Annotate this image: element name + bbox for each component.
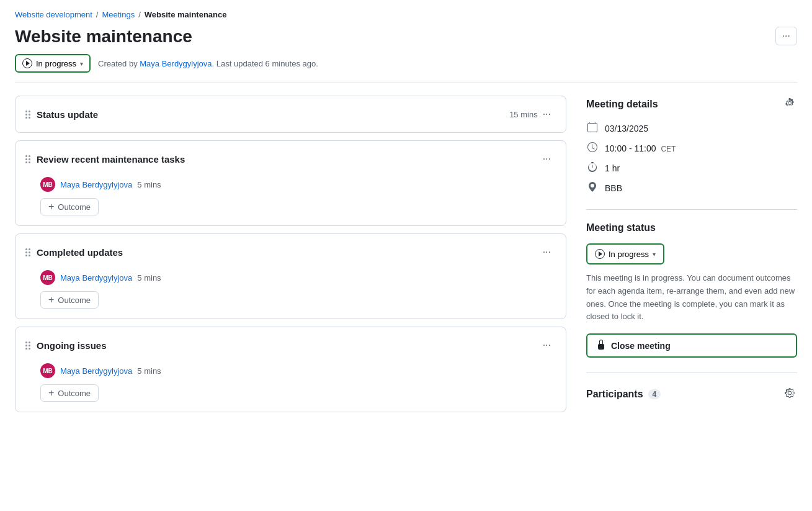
outcome-label: Outcome	[58, 389, 91, 398]
time-end: 11:00	[635, 143, 656, 153]
meeting-details-section: Meeting details 03/13/2025	[586, 96, 797, 194]
agenda-item-header: Review recent maintenance tasks ···	[16, 141, 566, 177]
timer-icon	[586, 162, 599, 174]
participant-duration: 5 mins	[137, 180, 161, 189]
participants-section: Participants 4	[586, 386, 797, 402]
agenda-item-more-button[interactable]: ···	[538, 106, 556, 122]
meeting-status-header: Meeting status	[586, 222, 797, 233]
participant-link[interactable]: Maya Berdygylyjova	[60, 273, 132, 283]
avatar: MB	[40, 177, 55, 192]
plus-icon: +	[48, 388, 54, 398]
meeting-details-gear-button[interactable]	[782, 96, 797, 112]
time-separator: -	[629, 143, 635, 153]
lock-icon	[596, 340, 606, 351]
status-badge-label: In progress	[36, 59, 76, 68]
timer-svg-icon	[587, 162, 597, 172]
detail-location-row: BBB	[586, 182, 797, 194]
lock-svg-icon	[596, 340, 606, 350]
chevron-down-icon: ▾	[80, 60, 83, 67]
detail-location: BBB	[605, 183, 622, 193]
breadcrumb-link-project[interactable]: Website development	[15, 10, 92, 19]
participant-link[interactable]: Maya Berdygylyjova	[60, 180, 132, 189]
detail-time-row: 10:00 - 11:00 CET	[586, 142, 797, 155]
header-actions: ···	[775, 27, 797, 45]
meta-created-text: Created by Maya Berdygylyjova. Last upda…	[98, 59, 318, 68]
participant-row: MB Maya Berdygylyjova 5 mins	[40, 363, 556, 378]
agenda-item-more-button[interactable]: ···	[538, 337, 556, 353]
agenda-item: Ongoing issues ··· MB Maya Berdygylyjova…	[15, 327, 566, 412]
chevron-down-icon: ▾	[653, 251, 656, 258]
meeting-details-header: Meeting details	[586, 96, 797, 112]
calendar-icon	[586, 122, 599, 135]
outcome-label: Outcome	[58, 296, 91, 305]
sidebar-divider-1	[586, 209, 797, 210]
meeting-status-title: Meeting status	[586, 222, 656, 233]
more-options-button[interactable]: ···	[775, 27, 797, 45]
calendar-svg-icon	[587, 122, 597, 132]
detail-date: 03/13/2025	[605, 124, 648, 133]
meeting-status-description: This meeting is in progress. You can doc…	[586, 272, 797, 323]
agenda-item-body: MB Maya Berdygylyjova 5 mins + Outcome	[16, 177, 566, 225]
add-outcome-button[interactable]: + Outcome	[40, 198, 99, 215]
page-title: Website maintenance	[15, 27, 192, 47]
clock-icon	[586, 142, 599, 155]
detail-time: 10:00 - 11:00 CET	[605, 143, 676, 153]
gear-icon	[785, 388, 795, 398]
drag-handle-icon[interactable]	[25, 155, 30, 163]
main-layout: Status update 15 mins ··· Review recent …	[0, 83, 812, 420]
breadcrumb-sep-1: /	[96, 10, 99, 19]
meeting-status-section: Meeting status In progress ▾ This meetin…	[586, 222, 797, 358]
participant-link[interactable]: Maya Berdygylyjova	[60, 366, 132, 376]
plus-icon: +	[48, 202, 54, 212]
page-header: Website maintenance ···	[0, 24, 812, 54]
participants-title: Participants	[586, 389, 643, 400]
clock-svg-icon	[587, 142, 597, 152]
meeting-status-badge-button[interactable]: In progress ▾	[586, 243, 664, 265]
location-icon	[586, 182, 599, 194]
agenda-item: Completed updates ··· MB Maya Berdygylyj…	[15, 233, 566, 319]
agenda-item: Status update 15 mins ···	[15, 96, 566, 133]
agenda-item: Review recent maintenance tasks ··· MB M…	[15, 140, 566, 226]
close-meeting-button[interactable]: Close meeting	[586, 333, 797, 358]
sidebar-divider-2	[586, 373, 797, 373]
meta-updated-text: . Last updated 6 minutes ago.	[212, 59, 318, 68]
participants-title-group: Participants 4	[586, 389, 661, 400]
breadcrumb-current: Website maintenance	[145, 10, 227, 19]
participant-row: MB Maya Berdygylyjova 5 mins	[40, 177, 556, 192]
meeting-details-title: Meeting details	[586, 99, 658, 110]
agenda-item-header: Status update 15 mins ···	[16, 96, 566, 132]
outcome-label: Outcome	[58, 202, 91, 212]
agenda-item-more-button[interactable]: ···	[538, 151, 556, 167]
time-start: 10:00	[605, 143, 627, 153]
agenda-item-body: MB Maya Berdygylyjova 5 mins + Outcome	[16, 363, 566, 412]
agenda-item-title: Ongoing issues	[37, 340, 538, 351]
agenda-item-header: Ongoing issues ···	[16, 327, 566, 363]
agenda-item-header: Completed updates ···	[16, 234, 566, 270]
drag-handle-icon[interactable]	[25, 248, 30, 256]
participant-duration: 5 mins	[137, 273, 161, 283]
play-icon	[595, 249, 605, 259]
add-outcome-button[interactable]: + Outcome	[40, 291, 99, 309]
participant-row: MB Maya Berdygylyjova 5 mins	[40, 270, 556, 285]
breadcrumb: Website development / Meetings / Website…	[0, 0, 812, 24]
agenda-item-title: Status update	[37, 109, 504, 120]
agenda-column: Status update 15 mins ··· Review recent …	[15, 96, 586, 420]
drag-handle-icon[interactable]	[25, 341, 30, 350]
close-meeting-label: Close meeting	[611, 341, 671, 351]
gear-icon	[785, 98, 795, 108]
sidebar-column: Meeting details 03/13/2025	[586, 96, 797, 420]
status-badge-button[interactable]: In progress ▾	[15, 54, 91, 73]
agenda-item-more-button[interactable]: ···	[538, 244, 556, 260]
detail-date-row: 03/13/2025	[586, 122, 797, 135]
drag-handle-icon[interactable]	[25, 111, 30, 119]
detail-duration-row: 1 hr	[586, 162, 797, 174]
breadcrumb-link-meetings[interactable]: Meetings	[102, 10, 135, 19]
creator-link[interactable]: Maya Berdygylyjova	[140, 59, 212, 68]
participants-gear-button[interactable]	[782, 386, 797, 402]
participants-header: Participants 4	[586, 386, 797, 402]
status-bar: In progress ▾ Created by Maya Berdygylyj…	[0, 54, 812, 83]
add-outcome-button[interactable]: + Outcome	[40, 384, 99, 402]
agenda-item-title: Review recent maintenance tasks	[37, 154, 538, 165]
meeting-status-badge-label: In progress	[609, 250, 649, 259]
breadcrumb-sep-2: /	[138, 10, 141, 19]
